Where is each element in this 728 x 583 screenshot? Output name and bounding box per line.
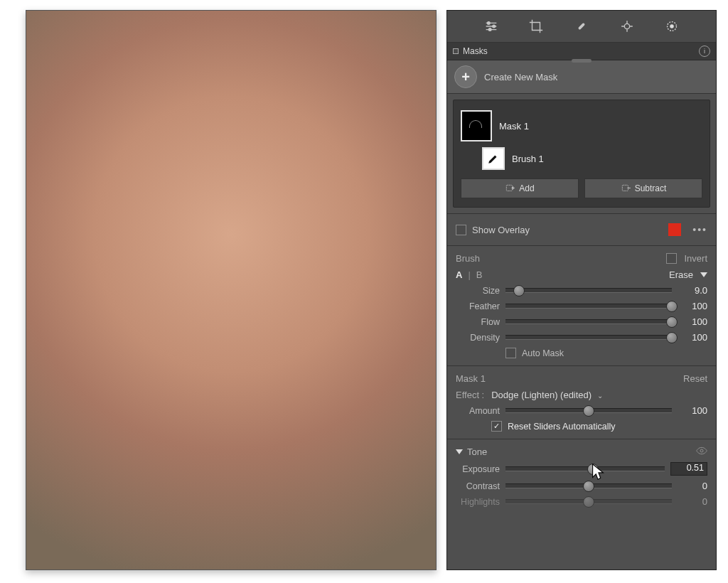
panel-grabber[interactable] [572,59,592,63]
density-slider-row: Density 100 [456,332,707,343]
image-preview[interactable] [26,10,437,570]
invert-checkbox[interactable] [666,253,677,264]
create-mask-plus-button[interactable]: + [454,65,477,88]
feather-slider[interactable] [505,304,672,309]
effect-value: Dodge (Lighten) (edited) [491,390,592,400]
effect-label: Effect : [456,390,484,400]
size-value[interactable]: 9.0 [678,285,707,296]
feather-slider-thumb[interactable] [666,301,678,312]
amount-slider-thumb[interactable] [583,405,594,417]
mask-effect-section: Mask 1 Reset Effect : Dodge (Lighten) (e… [447,365,716,439]
density-label: Density [456,333,500,343]
brush-disclosure-triangle[interactable] [700,272,707,277]
subtract-icon [621,183,631,193]
highlights-slider-thumb[interactable] [583,496,594,508]
contrast-slider-thumb[interactable] [583,481,594,492]
auto-mask-label: Auto Mask [522,348,564,358]
size-slider-thumb[interactable] [513,285,525,296]
create-mask-label: Create New Mask [484,72,557,82]
healing-icon[interactable] [572,17,591,36]
develop-panel: Masks i + Create New Mask Mask 1 Brush 1 [446,10,717,570]
exposure-value[interactable]: 0.51 [670,462,707,476]
svg-point-2 [488,28,491,31]
svg-rect-3 [578,23,585,30]
mask-effect-title: Mask 1 [456,373,486,384]
exposure-slider-thumb[interactable] [587,464,599,475]
density-slider[interactable] [505,335,672,340]
invert-label: Invert [684,253,707,264]
brush-section: Brush Invert A | B Erase Size 9.0 Feathe… [447,245,716,365]
mask-name: Mask 1 [499,121,529,132]
add-button[interactable]: Add [461,178,579,198]
show-overlay-checkbox[interactable] [456,225,466,235]
density-value[interactable]: 100 [678,332,707,343]
tone-disclosure-triangle[interactable] [456,449,463,454]
size-slider[interactable] [505,288,672,293]
exposure-slider[interactable] [505,466,665,471]
ab-separator: | [468,269,470,280]
svg-point-6 [670,24,674,28]
tone-visibility-icon[interactable] [696,446,707,457]
amount-value[interactable]: 100 [678,405,707,416]
erase-tab[interactable]: Erase [669,269,693,280]
contrast-label: Contrast [456,481,500,491]
overlay-color-swatch[interactable] [668,223,681,236]
exposure-label: Exposure [456,464,500,474]
disclosure-icon[interactable] [453,48,459,54]
masks-header: Masks i [447,43,716,60]
auto-mask-checkbox[interactable] [505,348,516,358]
popup-caret-icon: ⌄ [597,392,603,400]
amount-slider[interactable] [505,408,672,413]
brush-section-title: Brush [456,253,480,264]
feather-label: Feather [456,301,500,311]
brush-item[interactable]: Brush 1 [461,144,702,173]
brush-b-tab[interactable]: B [476,269,483,280]
info-icon[interactable]: i [699,46,710,57]
redeye-icon[interactable] [618,17,636,36]
highlights-value[interactable]: 0 [678,496,707,507]
masking-icon[interactable] [663,17,681,36]
edit-sliders-icon[interactable] [482,17,500,36]
contrast-slider[interactable] [505,483,672,488]
svg-point-9 [700,449,703,452]
show-overlay-label: Show Overlay [472,225,530,235]
size-slider-row: Size 9.0 [456,285,707,296]
add-icon [505,183,515,193]
effect-popup[interactable]: Dodge (Lighten) (edited) ⌄ [491,390,603,400]
subtract-label: Subtract [635,183,667,193]
brush-thumbnail-icon[interactable] [482,147,505,170]
svg-rect-8 [622,185,628,191]
density-slider-thumb[interactable] [666,332,678,343]
flow-slider-thumb[interactable] [666,316,678,328]
exposure-slider-row: Exposure 0.51 [456,462,707,476]
contrast-value[interactable]: 0 [678,481,707,491]
flow-value[interactable]: 100 [678,316,707,327]
highlights-label: Highlights [456,497,500,507]
create-mask-row[interactable]: + Create New Mask [447,60,716,94]
amount-slider-row: Amount 100 [456,405,707,416]
reset-sliders-label: Reset Sliders Automatically [508,422,615,432]
mask-reset-button[interactable]: Reset [683,373,707,384]
subtract-button[interactable]: Subtract [584,178,702,198]
tone-title: Tone [467,446,487,457]
tone-section: Tone Exposure 0.51 Contrast 0 Highlights… [447,439,716,519]
overlay-more-icon[interactable]: ••• [692,224,707,235]
highlights-slider[interactable] [505,499,672,504]
tool-strip [447,11,716,43]
brush-a-tab[interactable]: A [456,269,462,280]
amount-label: Amount [456,406,500,416]
mask-thumbnail[interactable] [461,110,492,141]
flow-slider[interactable] [505,319,672,324]
svg-point-4 [624,23,629,28]
overlay-section: Show Overlay ••• [447,213,716,245]
feather-value[interactable]: 100 [678,301,707,311]
highlights-slider-row: Highlights 0 [456,496,707,507]
crop-icon[interactable] [527,17,545,36]
feather-slider-row: Feather 100 [456,301,707,311]
mask-item[interactable]: Mask 1 [461,107,702,144]
reset-sliders-checkbox[interactable] [491,421,502,432]
svg-point-0 [487,22,490,25]
flow-slider-row: Flow 100 [456,316,707,327]
masks-title: Masks [463,46,488,56]
svg-rect-7 [507,185,513,191]
